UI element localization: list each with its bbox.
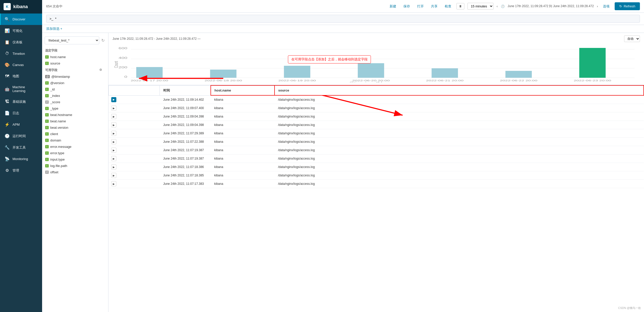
refresh-button[interactable]: ↻ Refresh	[615, 2, 640, 10]
svg-rect-11	[284, 66, 310, 78]
monitoring-icon: 📡	[4, 157, 10, 161]
available-field-beat-version[interactable]: t beat.version 添加	[42, 124, 108, 131]
sidebar-item-label-uptime: 运行时间	[13, 134, 26, 138]
available-field-_id[interactable]: t _id 添加	[42, 86, 108, 93]
available-field-_type[interactable]: t _type 添加	[42, 105, 108, 112]
auto-interval-select[interactable]: 自动	[624, 35, 640, 42]
sidebar-item-apm[interactable]: ⚡ APM	[0, 119, 42, 130]
expand-cell: ▶	[109, 180, 160, 188]
index-selector: filebeat_test_* ↻	[42, 35, 108, 47]
sidebar-item-label-devtools: 开发工具	[13, 145, 26, 150]
available-field-beat-name[interactable]: t beat.name 添加	[42, 118, 108, 124]
inspect-button[interactable]: 检查	[443, 3, 453, 10]
watermark: CSDN @懒鸟一枚	[618, 306, 641, 310]
expand-row-button[interactable]: ▶	[111, 173, 116, 178]
sidebar-item-monitoring[interactable]: 📡 Monitoring	[0, 153, 42, 165]
svg-rect-10	[210, 70, 236, 78]
selected-field-host-name[interactable]: t host.name	[42, 54, 108, 60]
sidebar-item-visualize[interactable]: 📊 可视化	[0, 25, 42, 36]
expand-row-button[interactable]: ▶	[111, 181, 116, 186]
share-button[interactable]: 共享	[429, 3, 440, 10]
available-field-offset[interactable]: # offset 添加	[42, 169, 108, 175]
sidebar-item-timelion[interactable]: ⏱ Timelion	[0, 48, 42, 59]
sidebar-item-label-logs: 日志	[13, 111, 19, 115]
available-field-error-type[interactable]: t error.type 添加	[42, 150, 108, 156]
expand-row-button[interactable]: ▶	[111, 131, 116, 136]
field-name-label: input.type	[50, 158, 105, 161]
svg-text:200: 200	[118, 66, 127, 69]
sidebar-item-label-discover: Discover	[13, 17, 26, 21]
available-field-@version[interactable]: t @version 添加	[42, 80, 108, 86]
right-panel: June 17th 2022, 11:09:28.472 - June 24th…	[108, 33, 644, 312]
sidebar-item-infra[interactable]: 🏗 基础设施	[0, 96, 42, 107]
expand-row-button[interactable]: ▶	[111, 139, 116, 144]
time-interval-select[interactable]: 15 minutes	[467, 3, 493, 10]
search-bar	[42, 13, 644, 25]
hostname-cell: kibana	[211, 112, 275, 121]
search-input[interactable]	[46, 15, 640, 23]
expand-cell: ▶	[109, 129, 160, 138]
expand-row-button[interactable]: ▶	[111, 97, 116, 102]
sidebar-item-label-timelion: Timelion	[13, 52, 25, 56]
ml-icon: 🤖	[4, 87, 10, 92]
hostname-cell: kibana	[211, 95, 275, 104]
sidebar-item-label-infra: 基础设施	[13, 99, 26, 104]
index-pattern-select[interactable]: filebeat_test_*	[45, 36, 99, 44]
infra-icon: 🏗	[4, 99, 10, 104]
hostname-cell: kibana	[211, 146, 275, 154]
nav-prev[interactable]: ‹	[497, 4, 498, 8]
available-field-_index[interactable]: t _index 添加	[42, 93, 108, 99]
expand-row-button[interactable]: ▶	[111, 164, 116, 170]
svg-rect-13	[432, 68, 458, 78]
col-header-time	[109, 85, 160, 95]
sidebar-item-discover[interactable]: 🔍 Discover	[0, 14, 42, 25]
content-area: filebeat_test_* ↻ 选定字段 t host.name t sou…	[42, 33, 644, 312]
options-button[interactable]: 选项	[601, 3, 612, 10]
sidebar-item-ml[interactable]: 🤖 Machine Learning	[0, 82, 42, 96]
available-field-client[interactable]: t client 添加	[42, 131, 108, 137]
time-cell: June 24th 2022, 11:09:04.398	[160, 121, 211, 129]
expand-row-button[interactable]: ▶	[111, 122, 116, 127]
logs-icon: 📄	[4, 111, 10, 115]
col-header-time-label[interactable]: 时间	[160, 85, 211, 95]
selected-field-source[interactable]: t source	[42, 60, 108, 67]
new-button[interactable]: 新建	[388, 3, 398, 10]
table-row: ▶ June 24th 2022, 11:09:04.398 kibana /d…	[109, 112, 644, 121]
available-field-input-type[interactable]: t input.type 添加	[42, 156, 108, 163]
field-name-label: source	[50, 61, 105, 65]
available-field-@timestamp[interactable]: @ @timestamp 添加	[42, 73, 108, 80]
nav-next[interactable]: ›	[597, 4, 598, 8]
available-field-beat-hostname[interactable]: t beat.hostname 添加	[42, 112, 108, 118]
sidebar-item-devtools[interactable]: 🔧 开发工具	[0, 142, 42, 153]
col-header-source[interactable]: source	[275, 85, 644, 95]
expand-row-button[interactable]: ▶	[111, 148, 116, 153]
open-button[interactable]: 打开	[415, 3, 426, 10]
time-cell: June 24th 2022, 11:07:17.383	[160, 180, 211, 188]
expand-row-button[interactable]: ▶	[111, 114, 116, 119]
sidebar-item-management[interactable]: ⚙ 管理	[0, 165, 42, 176]
available-field-log-file-path[interactable]: t log.file.path 添加	[42, 163, 108, 169]
available-fields-label: 可用字段 ⚙	[42, 67, 108, 73]
available-field-error-message[interactable]: t error.message 添加	[42, 144, 108, 150]
gear-icon[interactable]: ⚙	[99, 68, 102, 72]
expand-row-button[interactable]: ▶	[111, 156, 116, 161]
available-field-domain[interactable]: t domain 添加	[42, 137, 108, 144]
expand-row-button[interactable]: ▶	[111, 106, 116, 111]
save-button[interactable]: 保存	[401, 3, 412, 10]
svg-text:Count: Count	[113, 61, 119, 68]
sidebar-item-uptime[interactable]: 🕐 运行时间	[0, 130, 42, 142]
topbar: 654 次命中 新建 保存 打开 共享 检查 ⏸ 15 minutes ‹ 🕐 …	[42, 0, 644, 13]
add-filter-link[interactable]: 添加筛选 +	[46, 27, 62, 31]
sidebar-item-logs[interactable]: 📄 日志	[0, 107, 42, 119]
field-type-icon: t	[45, 55, 49, 59]
management-icon: ⚙	[4, 168, 10, 173]
sidebar-item-dashboard[interactable]: 📋 仪表板	[0, 36, 42, 48]
svg-rect-15	[579, 48, 605, 78]
available-field-_score[interactable]: # _score 添加	[42, 99, 108, 105]
sidebar-item-maps[interactable]: 🗺 地图	[0, 71, 42, 82]
sidebar-item-label-maps: 地图	[13, 74, 19, 79]
pause-button[interactable]: ⏸	[456, 3, 464, 9]
index-refresh-button[interactable]: ↻	[100, 37, 106, 44]
sidebar-item-canvas[interactable]: 🎨 Canvas	[0, 59, 42, 71]
col-header-hostname[interactable]: host.name	[211, 85, 275, 95]
